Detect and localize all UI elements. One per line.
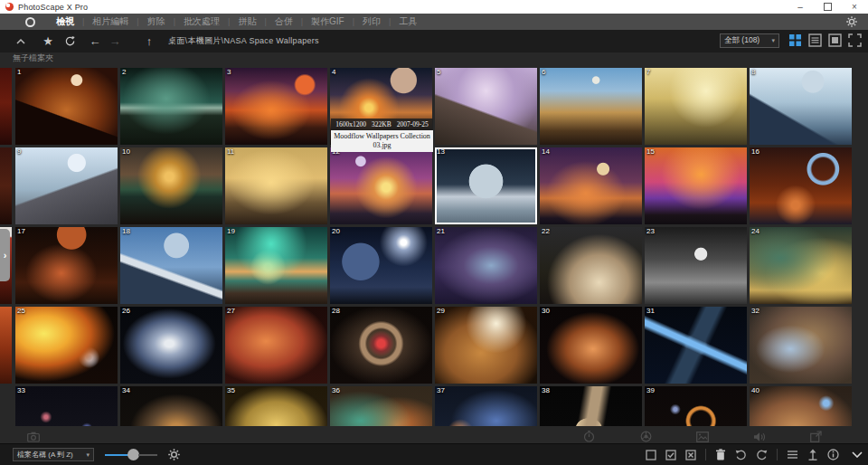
- thumbnail-number: 15: [646, 147, 655, 156]
- thumbnail[interactable]: 29: [435, 307, 537, 384]
- select-none-button[interactable]: [646, 450, 656, 460]
- thumbnail[interactable]: 25: [15, 307, 118, 384]
- thumbnail[interactable]: 1: [15, 68, 118, 145]
- thumbnail[interactable]: 14: [540, 147, 642, 224]
- close-button[interactable]: ×: [841, 0, 868, 14]
- thumbnail[interactable]: 33: [15, 386, 118, 426]
- menu-item-7[interactable]: 製作GIF: [303, 15, 353, 28]
- slider-track-filled: [105, 454, 128, 456]
- thumbnail[interactable]: 5: [435, 68, 537, 145]
- thumbnail[interactable]: 40: [750, 386, 852, 426]
- menu-item-3[interactable]: 剪除: [139, 15, 174, 28]
- thumbnail-number: 20: [332, 227, 340, 235]
- up-folder-button[interactable]: ↑: [139, 33, 159, 51]
- more-options-button[interactable]: [787, 450, 798, 460]
- thumbnail-number: 28: [332, 307, 340, 315]
- filter-dropdown[interactable]: 全部 (108) ▾: [720, 33, 779, 48]
- thumbnail[interactable]: 36: [330, 386, 432, 426]
- thumbnail[interactable]: 16: [750, 147, 852, 224]
- menu-item-1[interactable]: 檢視: [48, 15, 82, 28]
- sidebar-expander-button[interactable]: ›: [0, 229, 10, 281]
- view-settings-button[interactable]: [168, 449, 180, 460]
- refresh-button[interactable]: [60, 33, 80, 51]
- thumbnail[interactable]: 23: [645, 227, 747, 304]
- delete-button[interactable]: [715, 449, 726, 460]
- thumbnail[interactable]: 38: [540, 386, 642, 426]
- sort-dropdown[interactable]: 檔案名稱 (A 到 Z) ▾: [13, 448, 94, 461]
- thumbnail[interactable]: 7: [645, 68, 747, 145]
- thumbnail[interactable]: 37: [435, 386, 537, 426]
- forward-button[interactable]: →: [105, 33, 125, 51]
- thumbnail-number: 19: [227, 227, 235, 235]
- thumbnail[interactable]: 22: [540, 227, 642, 304]
- rotate-ccw-button[interactable]: [735, 449, 747, 460]
- breadcrumb-path[interactable]: 桌面\本機圖片\NASA Space Wallpapers: [168, 35, 319, 47]
- fullscreen-view-button[interactable]: [847, 33, 863, 48]
- thumbnail-number: 13: [437, 147, 445, 156]
- single-view-button[interactable]: [827, 33, 843, 48]
- back-button[interactable]: ←: [85, 33, 105, 51]
- thumbnail[interactable]: 17: [15, 227, 118, 304]
- menu-item-4[interactable]: 批次處理: [175, 15, 228, 28]
- collapse-bar-button[interactable]: [852, 451, 863, 458]
- tooltip-filesize: 322KB: [372, 120, 392, 128]
- subfolder-status-label: 無子檔案夾: [13, 52, 53, 64]
- chevron-down-icon: ▾: [771, 37, 775, 44]
- thumbnail[interactable]: 32: [750, 307, 852, 384]
- upload-share-button[interactable]: [807, 449, 818, 460]
- thumbnail-size-slider[interactable]: [105, 449, 157, 461]
- select-invert-button[interactable]: [685, 450, 696, 460]
- tooltip-filename-line1: Moodflow Wallpapers Collection: [332, 132, 432, 141]
- settings-gear-button[interactable]: [846, 16, 857, 27]
- thumbnail-number: 29: [437, 307, 445, 315]
- thumbnail[interactable]: 2: [120, 68, 222, 145]
- thumbnail[interactable]: 20: [330, 227, 432, 304]
- collapse-panel-button[interactable]: [11, 33, 31, 51]
- thumbnail[interactable]: 15: [645, 147, 747, 224]
- select-all-button[interactable]: [665, 450, 676, 460]
- thumbnail[interactable]: 34: [120, 386, 222, 426]
- window-controls: – ×: [787, 0, 868, 14]
- thumbnail[interactable]: 13: [435, 147, 537, 224]
- maximize-icon: [824, 3, 832, 11]
- thumbnail-number: 35: [227, 386, 235, 394]
- thumbnail-number: 33: [17, 386, 25, 394]
- list-view-button[interactable]: [807, 33, 823, 48]
- sort-value: 檔案名稱 (A 到 Z): [17, 450, 73, 460]
- favorite-button[interactable]: ★: [38, 33, 58, 51]
- info-button[interactable]: [827, 449, 839, 460]
- thumbnail[interactable]: 28: [330, 307, 432, 384]
- menu-item-5[interactable]: 拼貼: [230, 15, 264, 28]
- thumbnail[interactable]: 9: [15, 147, 118, 224]
- maximize-button[interactable]: [814, 0, 841, 14]
- grid-view-button[interactable]: [788, 33, 803, 48]
- partial-thumbnail: [0, 307, 12, 384]
- menu-item-6[interactable]: 合併: [267, 15, 301, 28]
- thumbnail[interactable]: 35: [225, 386, 327, 426]
- rotate-cw-button[interactable]: [756, 449, 768, 460]
- thumbnail[interactable]: 30: [540, 307, 642, 384]
- filter-value: 全部 (108): [724, 35, 760, 46]
- chevron-up-icon: [16, 39, 25, 44]
- gear-icon: [846, 16, 857, 27]
- thumbnail[interactable]: 19: [225, 227, 327, 304]
- photoscape-ring-icon[interactable]: [25, 17, 35, 27]
- thumbnail[interactable]: 6: [540, 68, 642, 145]
- thumbnail[interactable]: 10: [120, 147, 222, 224]
- thumbnail[interactable]: 21: [435, 227, 537, 304]
- status-bar: 檔案名稱 (A 到 Z) ▾: [0, 443, 868, 465]
- thumbnail[interactable]: 26: [120, 307, 222, 384]
- thumbnail[interactable]: 3: [225, 68, 327, 145]
- thumbnail[interactable]: 11: [225, 147, 327, 224]
- thumbnail[interactable]: 12: [330, 147, 432, 224]
- thumbnail[interactable]: 31: [645, 307, 747, 384]
- minimize-button[interactable]: –: [787, 0, 814, 14]
- thumbnail[interactable]: 18: [120, 227, 222, 304]
- menu-item-9[interactable]: 工具: [391, 15, 425, 28]
- thumbnail[interactable]: 39: [645, 386, 747, 426]
- menu-item-8[interactable]: 列印: [354, 15, 389, 28]
- thumbnail[interactable]: 8: [750, 68, 852, 145]
- thumbnail[interactable]: 27: [225, 307, 327, 384]
- menu-item-2[interactable]: 相片編輯: [84, 15, 137, 28]
- thumbnail[interactable]: 24: [750, 227, 852, 304]
